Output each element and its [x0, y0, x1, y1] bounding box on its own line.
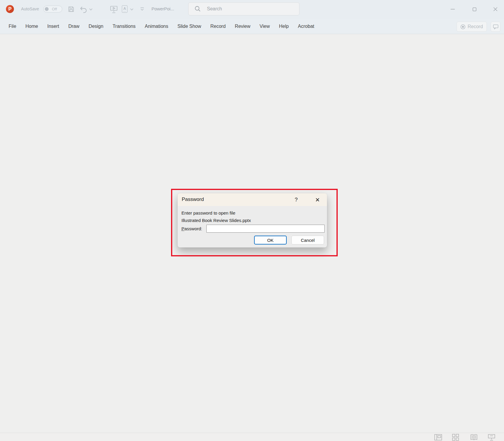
customize-quick-access-toolbar-icon[interactable] [140, 7, 144, 11]
slide-sorter-view-button[interactable] [449, 434, 461, 441]
search-icon [194, 6, 201, 12]
normal-view-icon [434, 434, 442, 440]
status-bar [0, 433, 504, 441]
font-style-icon[interactable]: A... [122, 5, 127, 13]
comments-button[interactable] [491, 22, 500, 32]
cancel-button[interactable]: Cancel [291, 236, 324, 245]
tab-acrobat[interactable]: Acrobat [298, 24, 314, 29]
tab-slide-show[interactable]: Slide Show [177, 24, 201, 29]
tab-record[interactable]: Record [210, 24, 226, 29]
slideshow-view-button[interactable] [486, 434, 497, 441]
tab-draw[interactable]: Draw [68, 24, 79, 29]
reading-view-icon [470, 434, 478, 440]
tab-insert[interactable]: Insert [47, 24, 59, 29]
close-icon [493, 7, 497, 11]
font-style-dropdown-chevron-icon[interactable] [130, 8, 133, 11]
dialog-help-button[interactable]: ? [293, 196, 300, 204]
tab-file[interactable]: File [9, 24, 16, 29]
save-icon[interactable] [68, 6, 75, 13]
tab-view[interactable]: View [260, 24, 270, 29]
password-dialog: Password ? ✕ Enter password to open file… [178, 193, 327, 247]
tab-design[interactable]: Design [89, 24, 103, 29]
dialog-filename: Illustrated Book Review Slides.pptx [181, 218, 251, 223]
password-dialog-title: Password [182, 196, 204, 202]
maximize-icon [473, 7, 476, 11]
autosave-toggle[interactable]: Off [43, 6, 62, 12]
dialog-close-button[interactable]: ✕ [313, 195, 322, 204]
tab-help[interactable]: Help [279, 24, 289, 29]
dialog-message: Enter password to open file [181, 210, 235, 215]
autosave-toggle-knob [45, 7, 49, 11]
password-field-label: Password: [181, 226, 202, 231]
tab-review[interactable]: Review [235, 24, 250, 29]
powerpoint-window: P AutoSave Off [0, 0, 504, 441]
cancel-button-label: Cancel [301, 238, 315, 243]
slide-sorter-icon [452, 434, 459, 441]
minimize-button[interactable] [446, 0, 460, 18]
autosave-label: AutoSave [21, 7, 39, 11]
ok-button-label: OK [267, 238, 274, 243]
autosave-state-label: Off [52, 7, 57, 11]
undo-icon[interactable] [79, 6, 87, 13]
comments-icon [493, 24, 498, 29]
record-button-label: Record [468, 24, 483, 29]
minimize-icon [451, 9, 455, 9]
ribbon-tab-bar: File Home Insert Draw Design Transitions… [0, 18, 504, 34]
powerpoint-logo-icon: P [6, 5, 14, 13]
close-window-button[interactable] [489, 0, 502, 18]
reading-view-button[interactable] [468, 434, 480, 441]
dialog-close-icon: ✕ [315, 196, 320, 203]
ribbon-tabs: File Home Insert Draw Design Transitions… [9, 18, 314, 34]
slideshow-view-icon [488, 434, 495, 441]
tab-transitions[interactable]: Transitions [113, 24, 136, 29]
help-icon: ? [295, 197, 298, 203]
title-bar: P AutoSave Off [0, 0, 504, 18]
ok-button[interactable]: OK [254, 236, 287, 245]
tab-animations[interactable]: Animations [145, 24, 168, 29]
record-icon [460, 24, 465, 29]
document-title: PowerPoi... [151, 6, 174, 11]
start-slideshow-icon[interactable] [110, 5, 118, 13]
undo-dropdown-chevron-icon[interactable] [89, 8, 92, 11]
search-box[interactable] [188, 2, 299, 15]
password-input[interactable] [206, 225, 325, 233]
password-dialog-title-bar[interactable]: Password ? ✕ [178, 193, 327, 206]
tab-home[interactable]: Home [25, 24, 38, 29]
search-input[interactable] [207, 6, 290, 12]
record-button[interactable]: Record [457, 22, 487, 32]
maximize-button[interactable] [468, 0, 481, 18]
normal-view-button[interactable] [432, 434, 444, 441]
